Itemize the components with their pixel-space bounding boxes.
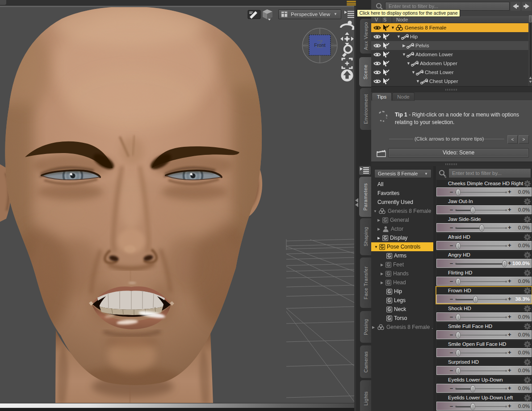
svg-text:Front: Front [314,42,326,48]
